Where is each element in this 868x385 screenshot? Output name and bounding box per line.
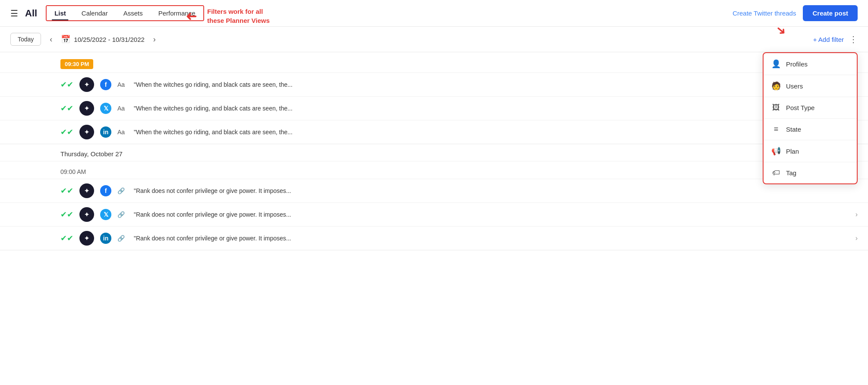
avatar: ✦ bbox=[79, 125, 94, 139]
linkedin-icon: in bbox=[100, 233, 111, 244]
filter-tag-label: Tag bbox=[786, 169, 796, 177]
filter-state-label: State bbox=[786, 126, 801, 133]
expand-arrow-icon[interactable]: › bbox=[855, 234, 858, 242]
filter-users-label: Users bbox=[786, 82, 803, 90]
post-text: "Rank does not confer privilege or give … bbox=[134, 187, 291, 194]
filter-post-type-label: Post Type bbox=[786, 104, 814, 111]
create-post-button[interactable]: Create post bbox=[803, 5, 858, 21]
add-filter-button[interactable]: + Add filter bbox=[813, 36, 844, 43]
post-type-label: 🔗 bbox=[117, 187, 128, 194]
header: ☰ All List Calendar Assets Performance ➜… bbox=[0, 0, 868, 27]
toolbar: Today ‹ 📅 10/25/2022 - 10/31/2022 › ➜ + … bbox=[0, 27, 868, 52]
date-separator: Thursday, October 27 bbox=[0, 144, 868, 161]
tab-assets[interactable]: Assets bbox=[116, 6, 151, 20]
avatar: ✦ bbox=[79, 101, 94, 116]
filter-plan[interactable]: 📢 Plan bbox=[764, 140, 857, 162]
avatar: ✦ bbox=[79, 183, 94, 198]
linkedin-icon: in bbox=[100, 126, 111, 138]
post-type-icon: 🖼 bbox=[771, 103, 781, 112]
check-icon: ✔✔ bbox=[60, 127, 73, 137]
filter-tag[interactable]: 🏷 Tag bbox=[764, 162, 857, 183]
today-button[interactable]: Today bbox=[10, 33, 41, 46]
post-text: "When the witches go riding, and black c… bbox=[134, 81, 293, 88]
nav-tabs: List Calendar Assets Performance bbox=[46, 5, 204, 21]
prev-button[interactable]: ‹ bbox=[46, 33, 56, 46]
avatar: ✦ bbox=[79, 207, 94, 222]
tab-calendar[interactable]: Calendar bbox=[74, 6, 116, 20]
header-actions: Create Twitter threads Create post bbox=[732, 5, 858, 21]
table-row[interactable]: ✔✔ ✦ 𝕏 🔗 "Rank does not confer privilege… bbox=[0, 202, 868, 226]
time-group-1: 09:30 PM ✔✔ ✦ f Aa "When the witches go … bbox=[0, 52, 868, 144]
filter-profiles[interactable]: 👤 Profiles bbox=[764, 53, 857, 75]
table-row[interactable]: ✔✔ ✦ f 🔗 "Rank does not confer privilege… bbox=[0, 179, 868, 202]
twitter-icon: 𝕏 bbox=[100, 103, 111, 114]
filter-state[interactable]: ≡ State bbox=[764, 119, 857, 140]
post-text: "Rank does not confer privilege or give … bbox=[134, 235, 291, 242]
check-icon: ✔✔ bbox=[60, 210, 73, 219]
date-range-text: 10/25/2022 - 10/31/2022 bbox=[74, 36, 144, 43]
table-row[interactable]: ✔✔ ✦ in 🔗 "Rank does not confer privileg… bbox=[0, 226, 868, 250]
avatar: ✦ bbox=[79, 77, 94, 92]
post-type-label: Aa bbox=[117, 105, 128, 112]
filter-post-type[interactable]: 🖼 Post Type bbox=[764, 97, 857, 119]
create-threads-button[interactable]: Create Twitter threads bbox=[732, 9, 796, 17]
hamburger-icon[interactable]: ☰ bbox=[10, 8, 18, 19]
time-group-2: 09:00 AM ✔✔ ✦ f 🔗 "Rank does not confer … bbox=[0, 161, 868, 250]
post-text: "When the witches go riding, and black c… bbox=[134, 105, 293, 112]
time-label-2: 09:00 AM bbox=[60, 168, 86, 175]
check-icon: ✔✔ bbox=[60, 234, 73, 243]
tag-icon: 🏷 bbox=[771, 168, 781, 177]
users-icon: 🧑 bbox=[771, 81, 781, 91]
twitter-icon: 𝕏 bbox=[100, 209, 111, 220]
filter-profiles-label: Profiles bbox=[786, 60, 808, 68]
facebook-icon: f bbox=[100, 185, 111, 196]
post-text: "Rank does not confer privilege or give … bbox=[134, 211, 291, 218]
post-type-label: Aa bbox=[117, 129, 128, 136]
post-text: "When the witches go riding, and black c… bbox=[134, 129, 293, 136]
time-badge-1: 09:30 PM bbox=[60, 59, 93, 69]
check-icon: ✔✔ bbox=[60, 104, 73, 113]
page-title: All bbox=[25, 8, 37, 19]
date-range: 📅 10/25/2022 - 10/31/2022 bbox=[61, 35, 144, 44]
plan-icon: 📢 bbox=[771, 146, 781, 156]
filter-dropdown: 👤 Profiles 🧑 Users 🖼 Post Type ≡ State 📢… bbox=[763, 52, 858, 184]
state-icon: ≡ bbox=[771, 125, 781, 134]
table-row[interactable]: ✔✔ ✦ 𝕏 Aa "When the witches go riding, a… bbox=[0, 96, 868, 120]
filter-users[interactable]: 🧑 Users bbox=[764, 75, 857, 97]
profiles-icon: 👤 bbox=[771, 59, 781, 69]
list-area: 09:30 PM ✔✔ ✦ f Aa "When the witches go … bbox=[0, 52, 868, 250]
post-type-label: Aa bbox=[117, 81, 128, 88]
filter-plan-label: Plan bbox=[786, 148, 799, 155]
facebook-icon: f bbox=[100, 79, 111, 90]
table-row[interactable]: ✔✔ ✦ in Aa "When the witches go riding, … bbox=[0, 120, 868, 144]
next-button[interactable]: › bbox=[150, 33, 159, 46]
check-icon: ✔✔ bbox=[60, 80, 73, 89]
expand-arrow-icon[interactable]: › bbox=[855, 211, 858, 218]
check-icon: ✔✔ bbox=[60, 186, 73, 196]
avatar: ✦ bbox=[79, 231, 94, 246]
filters-callout: Filters work for all these Planner Views bbox=[207, 7, 270, 25]
post-type-label: 🔗 bbox=[117, 235, 128, 242]
table-row[interactable]: ✔✔ ✦ f Aa "When the witches go riding, a… bbox=[0, 73, 868, 96]
more-options-button[interactable]: ⋮ bbox=[849, 34, 858, 44]
content-area: 09:30 PM ✔✔ ✦ f Aa "When the witches go … bbox=[0, 52, 868, 250]
post-type-label: 🔗 bbox=[117, 211, 128, 218]
arrow-to-tabs-icon: ➜ bbox=[186, 8, 197, 24]
toolbar-right: ➜ + Add filter ⋮ bbox=[813, 34, 858, 44]
calendar-icon: 📅 bbox=[61, 35, 70, 44]
tab-list[interactable]: List bbox=[47, 6, 74, 20]
